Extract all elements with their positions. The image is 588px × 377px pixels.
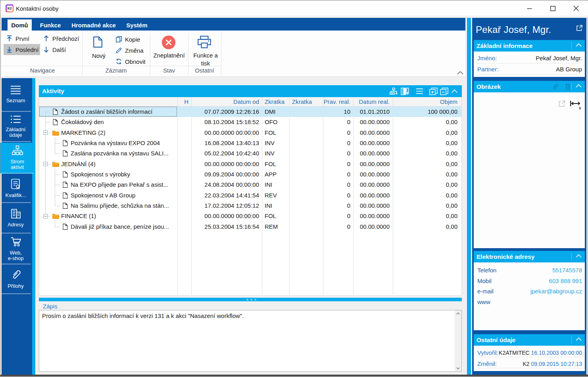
row-document-icon — [63, 140, 68, 148]
tab-label: Domů — [11, 22, 28, 29]
table-row[interactable]: Pozvánka na výstavu EXPO 200416.08.2004 … — [39, 138, 461, 148]
collapse-section-icon[interactable] — [576, 43, 582, 47]
field-value[interactable]: jpekar@abgroup.cz — [530, 286, 582, 297]
scroll-down-icon[interactable] — [456, 367, 460, 369]
table-row[interactable]: Zaslána pozvánka na výstavu SALI...05.02… — [39, 148, 461, 159]
column-header-datum-real[interactable]: Datum real. — [353, 97, 390, 107]
scroll-up-icon[interactable] — [456, 312, 460, 315]
zapis-scrollbar[interactable] — [455, 310, 461, 371]
collapse-node-button[interactable] — [43, 214, 48, 218]
section-header[interactable]: Elektronické adresy — [474, 251, 585, 262]
row-document-icon — [63, 203, 68, 211]
field-value: AB Group — [556, 64, 582, 75]
collapse-section-icon[interactable] — [576, 337, 582, 341]
collapse-node-button[interactable] — [43, 162, 48, 166]
field-value[interactable]: 603 888 991 — [549, 276, 582, 287]
column-header-zkratka2[interactable]: Zkratka — [292, 97, 323, 107]
change-button[interactable]: Změna — [116, 45, 144, 56]
refresh-button[interactable]: Obnovit — [116, 56, 146, 67]
cell-prav-real: 10 — [323, 107, 350, 117]
tab-domu[interactable]: Domů — [8, 19, 32, 31]
sidebar-item-label: aktivit — [10, 165, 24, 170]
open-image-icon[interactable] — [559, 100, 565, 107]
horizontal-splitter[interactable] — [39, 298, 462, 301]
field-underline — [477, 368, 582, 368]
tab-hromadne-akce[interactable]: Hromadné akce — [67, 19, 121, 31]
cell-datum-real: 00.00.0000 — [353, 138, 390, 148]
table-row[interactable]: Spokojenost s výrobky09.09.2004 00:00:00… — [39, 169, 461, 180]
row-name: FINANCE (1) — [61, 211, 176, 221]
tab-system[interactable]: Systém — [121, 19, 153, 31]
maximize-button[interactable] — [546, 3, 559, 13]
sidebar-item-zakladni-udaje[interactable]: Základníúdaje — [0, 113, 31, 142]
delete-image-icon[interactable] — [565, 84, 571, 90]
columns-view-button[interactable] — [401, 88, 410, 95]
tree-view-button[interactable] — [390, 88, 398, 95]
group-label-ostatni: Ostatní — [188, 66, 221, 75]
image-placeholder — [474, 92, 585, 248]
table-row[interactable]: Na Salimu přijede, schůzka na stán...17.… — [39, 201, 461, 211]
collapse-all-button[interactable] — [440, 88, 448, 95]
detail-list-icon — [11, 115, 21, 123]
collapse-section-icon[interactable] — [576, 84, 582, 88]
arrow-to-bottom-icon — [6, 46, 12, 53]
close-button[interactable] — [570, 3, 582, 13]
sidebar-item-adresy[interactable]: Adresy — [0, 204, 31, 233]
collapse-ribbon-button[interactable] — [457, 71, 463, 75]
sidebar-item-prilohy[interactable]: Přílohy — [0, 265, 31, 294]
field-value[interactable]: 551745578 — [552, 265, 582, 276]
cell-objem: 0,00 — [393, 180, 457, 190]
sidebar-item-label: Web, — [8, 250, 24, 256]
tab-funkce[interactable]: Funkce — [34, 19, 67, 31]
attach-image-icon[interactable] — [552, 83, 558, 90]
table-row[interactable]: Čokoládový den08.10.2004 15:18:52OFO000.… — [39, 117, 461, 127]
button-label: Kopie — [125, 36, 140, 43]
row-name: MARKETING (2) — [61, 128, 176, 138]
table-row[interactable]: JEDNÁNÍ (4)00.00.0000 00:00:00FOL000.00.… — [39, 159, 461, 169]
column-header-zkratka[interactable]: Zkratka — [265, 97, 289, 107]
sidebar-item-seznam[interactable]: Seznam — [0, 78, 31, 112]
open-detail-icon[interactable] — [576, 25, 582, 31]
group-label-stav: Stav — [150, 66, 188, 75]
maximize-icon — [550, 6, 555, 11]
expand-all-button[interactable] — [429, 88, 438, 95]
cell-prav-real: 0 — [323, 190, 350, 201]
next-button[interactable]: Další — [43, 44, 66, 55]
previous-button[interactable]: Předchozí — [43, 33, 79, 44]
collapse-node-button[interactable] — [43, 130, 48, 135]
list-view-button[interactable] — [416, 88, 423, 94]
first-button[interactable]: První — [6, 33, 29, 44]
table-row[interactable]: Dávali již příkaz bance, peníze jsou...2… — [39, 222, 461, 232]
last-button[interactable]: Poslední — [6, 44, 38, 55]
printer-icon — [198, 36, 211, 48]
fit-width-icon[interactable] — [570, 100, 581, 110]
column-header-prav-real[interactable]: Prav. real. — [323, 97, 350, 107]
zapis-textarea[interactable]: Prosím o zaslání bližších informací k ve… — [39, 310, 462, 372]
sidebar-item-web-eshop[interactable]: Web,e-shop — [0, 234, 31, 264]
detail-row: Telefon 551745578 — [477, 265, 582, 276]
table-row[interactable]: FINANCE (1)00.00.0000 00:00:00FOL000.00.… — [39, 211, 461, 221]
sidebar-item-label: Přílohy — [8, 283, 23, 289]
copy-button[interactable]: Kopie — [116, 34, 140, 45]
sidebar-item-label: Kvalifik... — [5, 193, 26, 198]
collapse-panel-button[interactable] — [451, 89, 458, 93]
minimize-button[interactable] — [523, 3, 536, 13]
arrow-to-top-icon — [6, 35, 12, 42]
collapse-section-icon[interactable] — [576, 254, 582, 258]
column-header-h[interactable]: H — [177, 97, 188, 107]
sidebar-item-kvalifikace[interactable]: Kvalifik... — [0, 174, 31, 203]
table-row[interactable]: Na EXPO přijede pan Pekař s asist...24.0… — [39, 180, 461, 190]
column-header-objem[interactable]: Objem — [393, 97, 457, 107]
section-header[interactable]: Obrázek — [474, 81, 585, 92]
right-accent-strip — [467, 18, 471, 375]
column-header-datum-od[interactable]: Datum od — [191, 97, 259, 107]
detail-row: www — [477, 297, 582, 308]
table-row[interactable]: MARKETING (2)00.00.0000 00:00:00FOL000.0… — [39, 128, 461, 138]
sidebar-item-strom-aktivit[interactable]: Stromaktivit — [0, 143, 34, 174]
section-header[interactable]: Ostatní údaje — [474, 334, 585, 346]
section-header[interactable]: Základní informace — [474, 40, 585, 52]
table-row[interactable]: Spokojenost v AB Group22.03.2004 14:41:5… — [39, 190, 461, 201]
section-body: Vytvořil: K2ATMITEC 16.10.2003 00:00:00 … — [474, 346, 585, 371]
qualification-icon — [11, 179, 21, 189]
group-label-zaznam: Záznam — [82, 66, 150, 75]
